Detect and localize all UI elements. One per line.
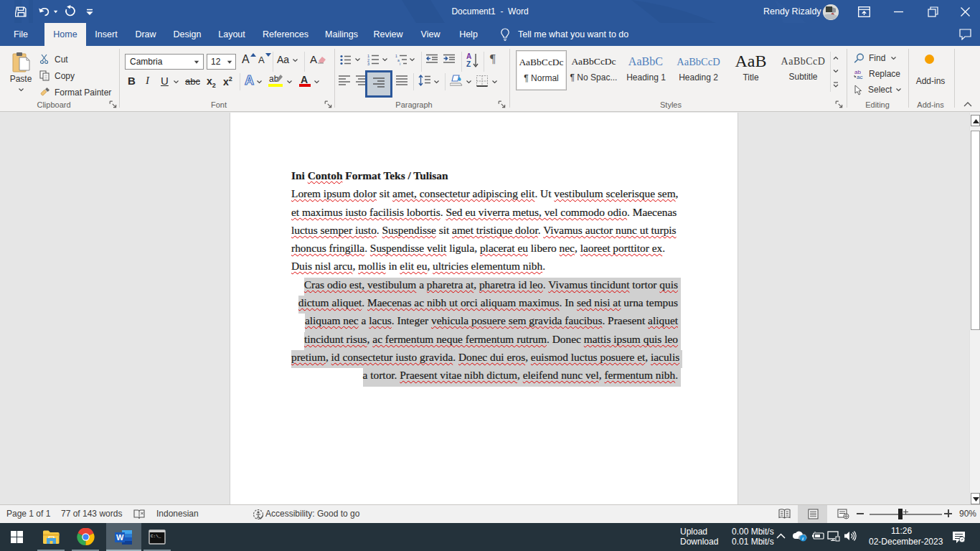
svg-text:ac: ac — [857, 74, 862, 80]
svg-text:i: i — [400, 62, 400, 65]
svg-text:i: i — [802, 536, 804, 542]
svg-text:C:\_: C:\_ — [151, 534, 161, 539]
svg-text:W: W — [116, 533, 124, 542]
svg-text:3: 3 — [367, 62, 369, 65]
